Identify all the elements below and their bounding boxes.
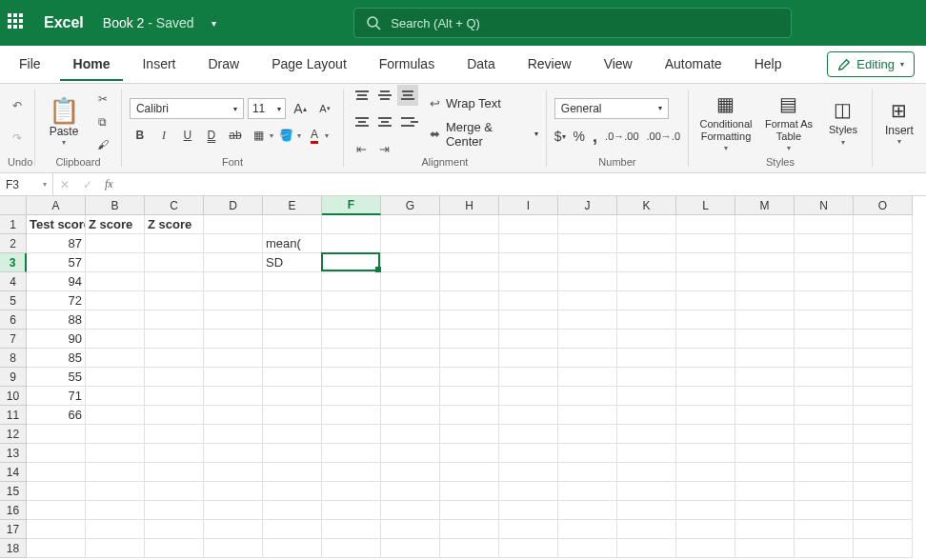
borders-dropdown[interactable]: ▾ [270, 131, 273, 140]
cell-I3[interactable] [499, 253, 558, 272]
cell-J18[interactable] [558, 539, 617, 558]
cell-J9[interactable] [558, 368, 617, 387]
cell-I8[interactable] [499, 349, 558, 368]
cell-C11[interactable] [145, 406, 204, 425]
cell-B9[interactable] [86, 368, 145, 387]
cell-B14[interactable] [86, 463, 145, 482]
cell-H5[interactable] [440, 291, 499, 310]
cell-G2[interactable] [381, 234, 440, 253]
cell-G15[interactable] [381, 482, 440, 501]
cell-E16[interactable] [263, 501, 322, 520]
cell-H14[interactable] [440, 463, 499, 482]
cell-G16[interactable] [381, 501, 440, 520]
insert-cells-button[interactable]: ⊞ Insert ▾ [880, 99, 918, 146]
copy-button[interactable]: ⧉ [92, 112, 113, 131]
cell-F13[interactable] [322, 444, 381, 463]
cell-J14[interactable] [558, 463, 617, 482]
tab-help[interactable]: Help [741, 49, 795, 81]
cell-F16[interactable] [322, 501, 381, 520]
cell-A3[interactable]: 57 [27, 253, 86, 272]
cell-H10[interactable] [440, 387, 499, 406]
row-header-7[interactable]: 7 [0, 330, 27, 349]
cell-M12[interactable] [735, 425, 795, 444]
cell-D3[interactable] [204, 253, 263, 272]
row-header-17[interactable]: 17 [0, 520, 27, 539]
cell-I16[interactable] [499, 501, 558, 520]
cell-K7[interactable] [617, 330, 676, 349]
cell-I14[interactable] [499, 463, 558, 482]
cell-N13[interactable] [795, 444, 854, 463]
cell-G7[interactable] [381, 330, 440, 349]
align-center-button[interactable] [374, 111, 395, 132]
cell-E11[interactable] [263, 406, 322, 425]
align-bottom-button[interactable] [397, 85, 418, 106]
formula-input[interactable] [119, 173, 926, 195]
cell-E9[interactable] [263, 368, 322, 387]
column-header-N[interactable]: N [795, 196, 854, 215]
cell-A5[interactable]: 72 [27, 291, 86, 310]
cell-M4[interactable] [735, 272, 795, 291]
tab-insert[interactable]: Insert [129, 49, 189, 81]
cell-E10[interactable] [263, 387, 322, 406]
cell-I5[interactable] [499, 291, 558, 310]
cell-J7[interactable] [558, 330, 617, 349]
doc-dropdown-icon[interactable]: ▾ [211, 18, 216, 29]
cell-C7[interactable] [145, 330, 204, 349]
cell-H4[interactable] [440, 272, 499, 291]
cell-J3[interactable] [558, 253, 617, 272]
cell-D6[interactable] [204, 310, 263, 330]
cell-C14[interactable] [145, 463, 204, 482]
cell-G12[interactable] [381, 425, 440, 444]
row-header-5[interactable]: 5 [0, 291, 27, 310]
cell-F17[interactable] [322, 520, 381, 539]
cell-L12[interactable] [676, 425, 735, 444]
cell-D7[interactable] [204, 330, 263, 349]
cell-M5[interactable] [735, 291, 795, 310]
cell-N10[interactable] [795, 387, 854, 406]
cell-C9[interactable] [145, 368, 204, 387]
cell-H13[interactable] [440, 444, 499, 463]
cell-I6[interactable] [499, 310, 558, 330]
cell-B16[interactable] [86, 501, 145, 520]
bold-button[interactable]: B [130, 125, 151, 146]
cell-B17[interactable] [86, 520, 145, 539]
fill-color-button[interactable]: 🪣 [276, 125, 297, 146]
cell-D10[interactable] [204, 387, 263, 406]
cell-E2[interactable]: mean( [263, 234, 322, 253]
cell-B3[interactable] [86, 253, 145, 272]
wrap-text-button[interactable]: ↩Wrap Text [430, 96, 538, 110]
cell-M15[interactable] [735, 482, 795, 501]
cell-K14[interactable] [617, 463, 676, 482]
cell-K16[interactable] [617, 501, 676, 520]
cell-J16[interactable] [558, 501, 617, 520]
cut-button[interactable]: ✂ [92, 90, 113, 109]
tab-file[interactable]: File [6, 49, 54, 81]
cell-N12[interactable] [795, 425, 854, 444]
cell-N9[interactable] [795, 368, 854, 387]
cell-H12[interactable] [440, 425, 499, 444]
align-left-button[interactable] [352, 111, 372, 132]
cell-O4[interactable] [854, 272, 913, 291]
column-header-F[interactable]: F [322, 196, 381, 215]
column-header-H[interactable]: H [440, 196, 499, 215]
cell-C18[interactable] [145, 539, 204, 558]
percent-format-button[interactable]: % [574, 129, 585, 144]
cell-B13[interactable] [86, 444, 145, 463]
cell-A10[interactable]: 71 [27, 387, 86, 406]
cell-L11[interactable] [676, 406, 735, 425]
cell-N17[interactable] [795, 520, 854, 539]
cell-C8[interactable] [145, 349, 204, 368]
cell-A9[interactable]: 55 [27, 368, 86, 387]
cell-L9[interactable] [676, 368, 735, 387]
cell-D9[interactable] [204, 368, 263, 387]
cell-N11[interactable] [795, 406, 854, 425]
cell-M7[interactable] [735, 330, 795, 349]
borders-button[interactable]: ▦ [249, 125, 270, 146]
cell-H9[interactable] [440, 368, 499, 387]
column-header-K[interactable]: K [617, 196, 676, 215]
cell-I2[interactable] [499, 234, 558, 253]
cell-M16[interactable] [735, 501, 795, 520]
document-name[interactable]: Book 2 - Saved [103, 15, 194, 30]
cell-M3[interactable] [735, 253, 795, 272]
cell-H2[interactable] [440, 234, 499, 253]
